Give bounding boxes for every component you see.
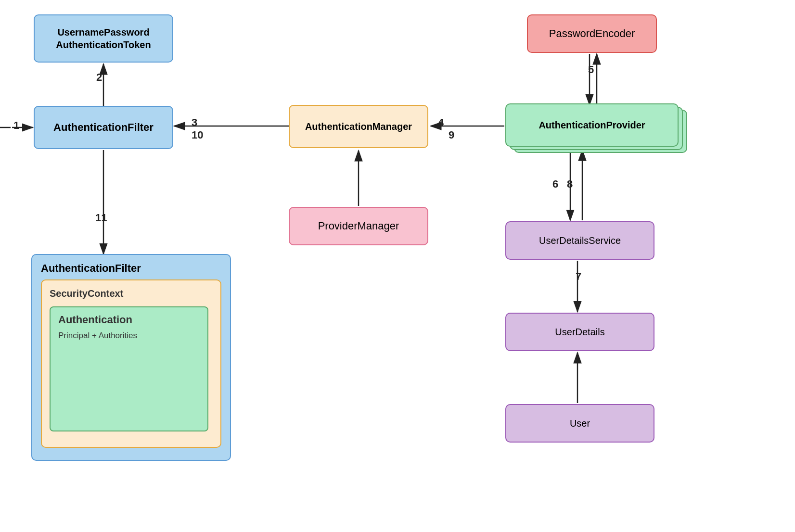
auth-provider-label: AuthenticationProvider bbox=[539, 119, 645, 131]
num-5: 5 bbox=[588, 63, 594, 76]
user-details-service-label: UserDetailsService bbox=[539, 234, 621, 247]
username-password-token-label: UsernamePasswordAuthenticationToken bbox=[56, 26, 151, 51]
user-details-label: UserDetails bbox=[555, 326, 604, 338]
num-8: 8 bbox=[567, 178, 573, 190]
authentication-box: Authentication Principal + Authorities bbox=[50, 306, 208, 431]
auth-filter-top-box: AuthenticationFilter bbox=[34, 106, 173, 149]
provider-manager-label: ProviderManager bbox=[318, 219, 399, 233]
num-4: 4 bbox=[438, 116, 444, 129]
user-details-service-box: UserDetailsService bbox=[505, 221, 654, 260]
user-details-box: UserDetails bbox=[505, 313, 654, 351]
num-10: 10 bbox=[192, 129, 203, 141]
auth-filter-top-label: AuthenticationFilter bbox=[53, 121, 154, 135]
diagram: UsernamePasswordAuthenticationToken Auth… bbox=[0, 0, 795, 532]
auth-filter-bottom-label: AuthenticationFilter bbox=[41, 262, 141, 276]
num-11: 11 bbox=[95, 212, 107, 224]
provider-manager-box: ProviderManager bbox=[289, 207, 428, 245]
num-1: 1 bbox=[13, 119, 19, 132]
auth-provider-box: AuthenticationProvider bbox=[505, 103, 679, 147]
user-label: User bbox=[570, 417, 590, 430]
password-encoder-box: PasswordEncoder bbox=[527, 14, 657, 53]
num-3: 3 bbox=[192, 116, 197, 129]
username-password-token-box: UsernamePasswordAuthenticationToken bbox=[34, 14, 173, 63]
authentication-sublabel: Principal + Authorities bbox=[58, 330, 137, 341]
authentication-label: Authentication bbox=[58, 313, 132, 327]
security-context-label: SecurityContext bbox=[50, 287, 123, 300]
auth-manager-box: AuthenticationManager bbox=[289, 105, 428, 148]
auth-manager-label: AuthenticationManager bbox=[305, 120, 412, 133]
password-encoder-label: PasswordEncoder bbox=[549, 27, 635, 41]
user-box: User bbox=[505, 404, 654, 443]
security-context-box: SecurityContext Authentication Principal… bbox=[41, 279, 221, 448]
num-2: 2 bbox=[96, 71, 102, 84]
auth-filter-bottom-box: AuthenticationFilter SecurityContext Aut… bbox=[31, 254, 231, 461]
num-6: 6 bbox=[552, 178, 558, 190]
num-7: 7 bbox=[576, 270, 581, 283]
num-9: 9 bbox=[449, 129, 454, 141]
